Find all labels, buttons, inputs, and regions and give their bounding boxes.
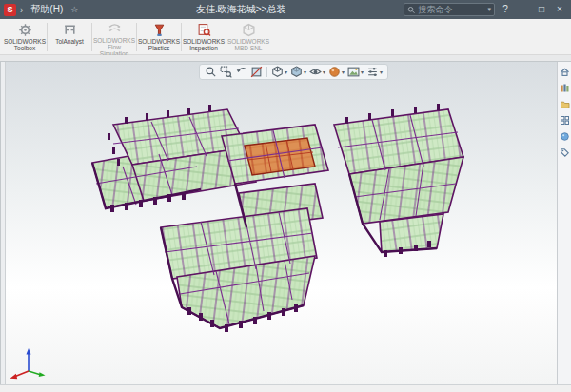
ribbon-button-tolanalyst[interactable]: TolAnalyst (49, 20, 90, 54)
zoom-area-icon[interactable] (219, 65, 233, 79)
ribbon-button-flow-simulation[interactable]: SOLIDWORKS Flow Simulation (93, 20, 135, 54)
ribbon-separator (181, 23, 182, 51)
window-title: 友佳.欧海花城>>总装 (78, 3, 404, 16)
chevron-down-icon: ▾ (285, 69, 287, 75)
chevron-down-icon: ▾ (304, 69, 306, 75)
view-palette-icon[interactable] (559, 114, 570, 126)
titlebar: S › 帮助(H) ☆ 友佳.欧海花城>>总装 ▾ ? – □ × (0, 0, 571, 19)
ribbon-button-label: SOLIDWORKS Flow Simulation (93, 37, 135, 57)
solidworks-logo-icon[interactable]: S (4, 4, 16, 16)
command-search[interactable]: ▾ (404, 3, 495, 16)
section-view-icon[interactable] (249, 65, 264, 79)
ribbon-separator (47, 23, 48, 51)
chevron-down-icon: ▾ (361, 69, 364, 75)
menu-item-help[interactable]: 帮助(H) (27, 1, 67, 18)
ribbon-separator (136, 23, 137, 51)
ribbon-separator (91, 23, 92, 51)
solidworks-resources-icon[interactable] (559, 66, 570, 77)
edit-appearance-icon[interactable]: ▾ (327, 65, 345, 79)
display-style-icon[interactable]: ▾ (289, 65, 307, 79)
toolbar-separator (266, 67, 267, 77)
tolanalyst-caliper-icon (63, 22, 77, 37)
inspection-magnifier-doc-icon (197, 22, 211, 37)
ribbon-button-label: SOLIDWORKS Plastics (138, 38, 180, 51)
ribbon-button-solidworks-toolbox[interactable]: SOLIDWORKS Toolbox (4, 20, 46, 54)
flow-simulation-icon (108, 22, 122, 36)
headsup-view-toolbar: ▾ ▾ ▾ ▾ ▾ ▾ (199, 64, 388, 80)
apply-scene-icon[interactable]: ▾ (346, 65, 364, 79)
ribbon-separator (226, 23, 226, 51)
ribbon-button-label: TolAnalyst (55, 38, 84, 45)
minimize-button[interactable]: – (516, 3, 531, 16)
menu-expand-icon[interactable]: › (20, 5, 23, 15)
custom-properties-icon[interactable] (559, 147, 570, 158)
help-button[interactable]: ? (498, 3, 513, 16)
plastics-mold-icon (152, 22, 167, 37)
search-icon (407, 6, 415, 14)
appearances-scenes-icon[interactable] (559, 130, 570, 142)
zoom-fit-icon[interactable] (204, 65, 218, 79)
ribbon-button-inspection[interactable]: SOLIDWORKS Inspection (183, 20, 225, 54)
close-button[interactable]: × (552, 3, 567, 16)
hide-show-items-icon[interactable]: ▾ (308, 65, 326, 79)
ribbon-button-label: SOLIDWORKS Toolbox (4, 38, 46, 51)
previous-view-icon[interactable] (234, 65, 248, 79)
ribbon-button-label: SOLIDWORKS Inspection (183, 38, 225, 51)
task-pane-strip (557, 62, 571, 384)
status-bar (0, 384, 571, 392)
chevron-down-icon: ▾ (380, 69, 383, 75)
ribbon-button-plastics[interactable]: SOLIDWORKS Plastics (138, 20, 180, 54)
search-scope-caret-icon[interactable]: ▾ (487, 6, 491, 13)
search-input[interactable] (418, 5, 484, 14)
ribbon-button-mbd[interactable]: SOLIDWORKS MBD SNL (227, 20, 269, 54)
model-3d-view[interactable] (1, 62, 571, 384)
chevron-down-icon: ▾ (342, 69, 345, 75)
addins-ribbon: SOLIDWORKS Toolbox TolAnalyst SOLIDWORKS… (0, 19, 571, 55)
chevron-down-icon: ▾ (323, 69, 325, 75)
mbd-cube-icon (242, 22, 256, 37)
view-orientation-icon[interactable]: ▾ (270, 65, 288, 79)
toolbox-gear-icon (18, 22, 32, 37)
ribbon-button-label: SOLIDWORKS MBD SNL (227, 38, 269, 51)
view-settings-icon[interactable]: ▾ (365, 65, 384, 79)
graphics-area[interactable]: ▾ ▾ ▾ ▾ ▾ ▾ (0, 62, 571, 384)
commandmanager-tabstrip[interactable] (0, 55, 571, 62)
solidworks-window: S › 帮助(H) ☆ 友佳.欧海花城>>总装 ▾ ? – □ × (0, 0, 571, 392)
file-explorer-icon[interactable] (559, 98, 570, 109)
design-library-icon[interactable] (559, 82, 570, 93)
maximize-button[interactable]: □ (534, 3, 549, 16)
menu-pin-icon[interactable]: ☆ (70, 5, 78, 14)
reference-triad (9, 345, 49, 380)
